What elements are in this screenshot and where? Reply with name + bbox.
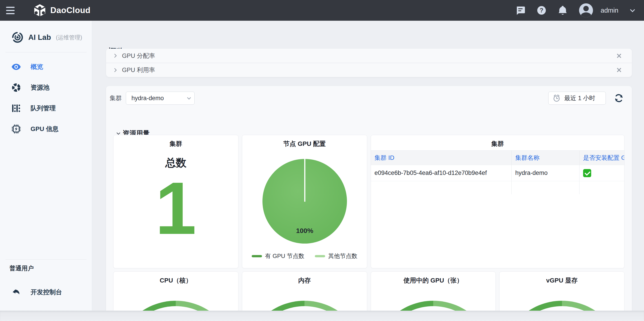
sidebar-divider bbox=[6, 259, 86, 260]
card-title: 集群 bbox=[114, 139, 238, 148]
app-name: DaoCloud bbox=[50, 6, 90, 15]
legend-item-gpu-nodes[interactable]: 有 GPU 节点数 bbox=[252, 252, 304, 260]
sidebar-item-label: 概览 bbox=[30, 63, 43, 71]
time-range-value: 最近 1 小时 bbox=[564, 94, 595, 102]
node-gpu-pie-card: 节点 GPU 配置 100% 有 GPU 节点数 其他节点数 bbox=[242, 135, 367, 268]
chevron-right-icon[interactable] bbox=[112, 54, 116, 58]
overview-content-panel: 集群 hydra-demo 最近 1 小时 bbox=[106, 86, 632, 311]
panel-gpu-allocation[interactable]: GPU 分配率 bbox=[106, 49, 632, 63]
sidebar-item-gpu-info[interactable]: GPU 信息 bbox=[0, 119, 92, 139]
card-title: CPU（核） bbox=[114, 276, 238, 285]
cluster-select[interactable]: hydra-demo bbox=[126, 92, 194, 105]
legend-swatch bbox=[252, 255, 262, 257]
daocloud-logo-icon bbox=[33, 3, 46, 17]
cell-cluster-id: e094ce6b-7b05-4ea6-af10-d12e70b9e4ef bbox=[371, 165, 512, 181]
card-title: vGPU 显存 bbox=[500, 276, 624, 285]
message-icon[interactable] bbox=[516, 6, 525, 15]
aperture-icon bbox=[12, 83, 21, 92]
column-header-gpu-configured[interactable]: 是否安装配置 G bbox=[580, 150, 625, 165]
column-header-cluster-id[interactable]: 集群 ID bbox=[371, 150, 512, 165]
sidebar-title-suffix: (运维管理) bbox=[56, 34, 82, 41]
gpu-in-use-gauge-card: 使用中的 GPU（张） bbox=[371, 271, 496, 311]
hamburger-menu-icon[interactable] bbox=[0, 0, 21, 21]
sidebar-item-label: GPU 信息 bbox=[30, 125, 58, 133]
vgpu-memory-gauge-card: vGPU 显存 bbox=[499, 271, 624, 311]
panel-label: GPU 分配率 bbox=[122, 52, 155, 60]
sidebar-item-queue-management[interactable]: 队列管理 bbox=[0, 98, 92, 119]
table-row[interactable]: e094ce6b-7b05-4ea6-af10-d12e70b9e4ef hyd… bbox=[371, 165, 625, 181]
gpu-chip-icon bbox=[12, 124, 21, 134]
pie-percent-label: 100% bbox=[242, 227, 367, 235]
pie-slice-divider bbox=[304, 159, 305, 202]
close-icon[interactable] bbox=[616, 67, 622, 73]
cell-gpu-configured bbox=[580, 165, 625, 181]
cpu-gauge-chart[interactable] bbox=[115, 301, 236, 311]
sidebar-item-label: 队列管理 bbox=[30, 104, 56, 113]
help-icon[interactable]: ? bbox=[537, 6, 546, 15]
svg-text:?: ? bbox=[540, 7, 543, 14]
close-icon[interactable] bbox=[616, 53, 622, 59]
panel-gpu-utilization[interactable]: GPU 利用率 bbox=[106, 63, 632, 77]
check-emoji bbox=[583, 169, 591, 177]
cluster-total-card: 集群 总数 1 bbox=[113, 135, 238, 268]
username-label: admin bbox=[601, 7, 618, 14]
time-range-select[interactable]: 最近 1 小时 bbox=[548, 92, 606, 105]
cluster-table: 集群 ID 集群名称 是否安装配置 G e094ce6b-7b05-4ea6-a… bbox=[371, 150, 625, 194]
sidebar-item-label: 开发控制台 bbox=[30, 288, 62, 296]
table-spacer-row bbox=[371, 181, 625, 194]
cpu-gauge-card: CPU（核） bbox=[113, 271, 238, 311]
memory-gauge-chart[interactable] bbox=[244, 301, 365, 311]
sidebar-item-dev-console[interactable]: 开发控制台 bbox=[0, 282, 92, 302]
user-menu-chevron-icon[interactable] bbox=[630, 7, 635, 12]
panel-label: GPU 利用率 bbox=[122, 66, 155, 74]
chevron-down-icon bbox=[116, 131, 120, 135]
sidebar-item-label: 资源池 bbox=[30, 83, 50, 92]
sidebar-title: AI Lab bbox=[28, 33, 51, 42]
main-content: 概览 GPU 分配率 GPU 利用率 集群 hydra-demo bbox=[92, 21, 644, 321]
cluster-total-value: 1 bbox=[114, 171, 238, 245]
clock-icon bbox=[552, 94, 561, 102]
cluster-select-value: hydra-demo bbox=[132, 95, 164, 102]
legend-swatch bbox=[315, 255, 325, 257]
chevron-down-icon bbox=[187, 96, 191, 99]
sidebar-item-resource-pool[interactable]: 资源池 bbox=[0, 77, 92, 98]
gpu-in-use-gauge-chart[interactable] bbox=[372, 301, 494, 311]
column-header-cluster-name[interactable]: 集群名称 bbox=[512, 150, 580, 165]
legend-label: 其他节点数 bbox=[328, 252, 358, 260]
sidebar-item-overview[interactable]: 概览 bbox=[0, 57, 92, 77]
bottom-scroll-strip[interactable] bbox=[0, 311, 644, 321]
card-title: 集群 bbox=[371, 139, 624, 148]
legend-label: 有 GPU 节点数 bbox=[265, 252, 304, 260]
eye-icon bbox=[12, 64, 21, 70]
user-avatar[interactable] bbox=[579, 3, 593, 17]
cell-cluster-name: hydra-demo bbox=[512, 165, 580, 181]
ai-lab-icon bbox=[12, 32, 23, 43]
queue-bars-icon bbox=[12, 104, 21, 113]
sidebar: AI Lab (运维管理) 概览 资源池 bbox=[0, 21, 92, 321]
refresh-icon[interactable] bbox=[614, 93, 624, 103]
app-logo: DaoCloud bbox=[33, 3, 90, 17]
legend-item-other-nodes[interactable]: 其他节点数 bbox=[315, 252, 358, 260]
collapsed-panels-card: GPU 分配率 GPU 利用率 bbox=[106, 49, 632, 77]
card-title: 使用中的 GPU（张） bbox=[371, 276, 496, 285]
top-navbar: DaoCloud ? admin bbox=[0, 0, 644, 21]
back-arrow-icon bbox=[12, 288, 21, 297]
sidebar-section-normal-user: 普通用户 bbox=[10, 264, 34, 272]
vgpu-memory-gauge-chart[interactable] bbox=[501, 301, 623, 311]
memory-gauge-card: 内存 bbox=[242, 271, 367, 311]
notification-bell-icon[interactable] bbox=[558, 6, 568, 15]
card-title: 内存 bbox=[242, 276, 367, 285]
card-title: 节点 GPU 配置 bbox=[242, 139, 367, 148]
cluster-table-card: 集群 集群 ID 集群名称 是否安装配置 G e094ce6b-7b05-4ea… bbox=[371, 135, 625, 268]
cluster-filter-label: 集群 bbox=[110, 94, 122, 102]
chevron-right-icon[interactable] bbox=[112, 68, 116, 72]
